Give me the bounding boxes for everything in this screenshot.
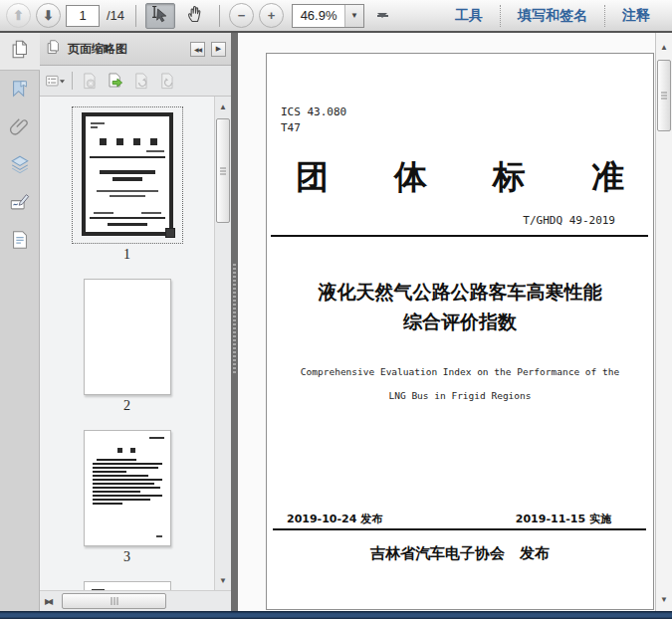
delete-page-button[interactable] [80, 72, 99, 91]
signatures-tab[interactable] [0, 184, 40, 222]
scrollbar-thumb[interactable] [216, 118, 230, 223]
scroll-down-icon: ▼ [660, 595, 668, 604]
doc-title-cn-line1: 液化天然气公路公路客车高寒性能 [267, 280, 653, 306]
rotate-left-button[interactable] [131, 72, 150, 91]
document-page-1[interactable]: ICS 43.080 T47 团 体 标 准 T/GHDQ 49-2019 液化… [266, 53, 654, 610]
document-scrollbar-vertical[interactable]: ▲ ▼ [655, 33, 672, 611]
previous-page-button[interactable]: ⬆ [6, 3, 31, 28]
scrollbar-thumb[interactable] [62, 593, 166, 609]
zoom-in-button[interactable]: + [259, 3, 284, 28]
page-total-label: /14 [105, 8, 126, 23]
hand-icon [185, 4, 205, 27]
zoom-level-value: 46.9% [293, 5, 344, 27]
scroll-right-icon: ▶ [45, 597, 51, 606]
rotate-right-button[interactable] [157, 72, 176, 91]
attachments-tab[interactable] [0, 108, 40, 146]
zoom-level-combo[interactable]: 46.9% ▼ [292, 4, 364, 28]
select-cursor-icon [150, 4, 170, 27]
arrow-down-icon: ⬇ [43, 8, 54, 23]
fill-sign-button[interactable]: 填写和签名 [506, 7, 599, 25]
pages-icon [9, 39, 31, 64]
thumbnail-page-4[interactable] [84, 581, 171, 590]
doc-publisher: 吉林省汽车电子协会 发布 [267, 544, 653, 563]
paperclip-icon [9, 115, 31, 140]
thumbnail-page-1[interactable] [72, 106, 183, 244]
expand-panel-button[interactable]: ▶ [211, 42, 226, 57]
toolbar-separator [219, 5, 220, 27]
layers-icon [9, 153, 31, 178]
bookmarks-tab[interactable] [0, 71, 40, 108]
select-tool-button[interactable] [145, 3, 175, 29]
thumbnails-panel: 页面缩略图 ◀◀ ▶ [40, 33, 231, 611]
main-toolbar: ⬆ ⬇ /14 − + 46.9% ▼ 工具 填写和签名 注 [0, 0, 672, 33]
thumbnail-page-2[interactable] [84, 279, 171, 395]
thumbnail-options-button[interactable] [46, 72, 65, 91]
chevron-down-icon: ▼ [350, 11, 358, 20]
signature-icon [9, 191, 31, 216]
doc-top-rule [271, 235, 648, 237]
thumbnail-page-2-number: 2 [123, 398, 130, 414]
panel-splitter[interactable] [231, 33, 238, 611]
scroll-up-button[interactable]: ▲ [656, 39, 672, 55]
thumbnail-list: 1 2 [40, 97, 231, 590]
doc-title-en-line1: Comprehensive Evaluation Index on the Pe… [267, 366, 653, 377]
double-left-arrow-icon: ◀◀ [194, 46, 201, 53]
thumbnail-scrollbar-horizontal[interactable]: ◀ ▶ [40, 590, 231, 611]
tools-button[interactable]: 工具 [443, 7, 495, 25]
scroll-up-icon: ▲ [660, 43, 668, 52]
plus-icon: + [268, 8, 276, 23]
scroll-up-icon: ▲ [219, 103, 227, 111]
doc-title-en-line2: LNG Bus in Frigid Regions [267, 390, 653, 401]
panel-toolbar [40, 66, 231, 97]
thumbnail-page-3[interactable] [84, 430, 171, 546]
zoom-out-button[interactable]: − [229, 3, 254, 28]
scroll-down-button[interactable]: ▼ [656, 591, 672, 607]
hand-tool-button[interactable] [180, 3, 210, 29]
minus-icon: − [238, 8, 246, 23]
arrow-up-icon: ⬆ [13, 8, 24, 23]
doc-implementation-date: 2019-11-15 实施 [516, 512, 611, 526]
doc-classification-code: T47 [281, 121, 301, 134]
scrollbar-thumb[interactable] [657, 60, 671, 131]
doc-issue-date: 2019-10-24 发布 [287, 512, 382, 526]
doc-standard-code: T/GHDQ 49-2019 [523, 214, 615, 227]
thumbnail-page-1-preview [82, 112, 173, 236]
thumbnail-page-1-number: 1 [123, 247, 130, 263]
doc-title-cn-line2: 综合评价指数 [267, 310, 653, 335]
thumbnail-page-3-number: 3 [123, 549, 130, 565]
pdf-reader-window: ⬆ ⬇ /14 − + 46.9% ▼ 工具 填写和签名 注 [0, 0, 672, 619]
right-arrow-icon: ▶ [216, 45, 221, 53]
toolbar-dotted-separator [604, 5, 605, 27]
toolbar-dotted-separator [500, 5, 501, 27]
toolbar-overflow-button[interactable] [371, 4, 393, 28]
document-view: ICS 43.080 T47 团 体 标 准 T/GHDQ 49-2019 液化… [238, 33, 672, 611]
window-bottom-edge [0, 611, 672, 619]
scroll-up-button[interactable]: ▲ [215, 99, 231, 114]
toolbar-separator [135, 5, 136, 27]
zoom-dropdown-button[interactable]: ▼ [344, 5, 363, 27]
collapse-panel-button[interactable]: ◀◀ [190, 42, 205, 57]
extract-page-button[interactable] [106, 72, 124, 91]
layers-tab[interactable] [0, 146, 40, 184]
next-page-button[interactable]: ⬇ [36, 3, 61, 28]
overflow-icon [377, 15, 388, 17]
navigation-icon-strip [0, 33, 40, 611]
doc-standard-type: 团 体 标 准 [267, 155, 653, 200]
thumbnail-scrollbar-vertical[interactable]: ▲ ▼ [214, 97, 231, 590]
scroll-down-icon: ▼ [219, 576, 227, 585]
pages-icon-small [45, 39, 62, 59]
scroll-down-button[interactable]: ▼ [215, 572, 231, 588]
page-number-input[interactable] [66, 5, 100, 27]
comments-panel-tab[interactable] [0, 222, 40, 260]
notes-icon [9, 229, 31, 254]
selection-corner-handle[interactable] [165, 228, 175, 238]
panel-header: 页面缩略图 ◀◀ ▶ [40, 33, 231, 66]
comment-button[interactable]: 注释 [610, 7, 662, 25]
scroll-right-button[interactable]: ▶ [40, 593, 56, 609]
bookmark-icon [9, 78, 31, 103]
page-thumbnails-tab[interactable] [0, 33, 40, 71]
doc-ics-code: ICS 43.080 [281, 105, 346, 118]
app-body: 页面缩略图 ◀◀ ▶ [0, 33, 672, 611]
panel-title: 页面缩略图 [68, 41, 184, 58]
doc-bottom-rule [273, 528, 646, 530]
